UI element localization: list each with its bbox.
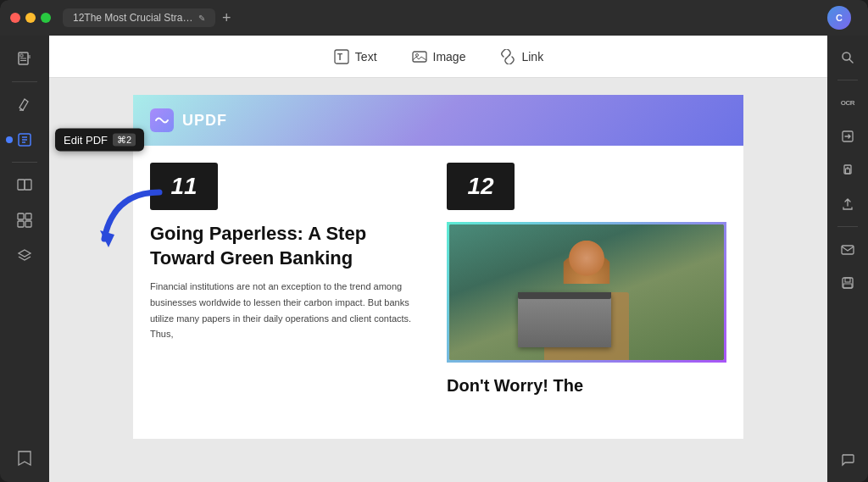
- svg-line-24: [849, 59, 853, 63]
- number-badge-11: 11: [150, 163, 218, 210]
- link-tool-label: Link: [521, 50, 543, 64]
- link-tool[interactable]: Link: [492, 45, 550, 69]
- updf-brand-text: UPDF: [182, 112, 227, 130]
- titlebar: 12The Most Crucial Strate... ✎ + C: [0, 0, 868, 36]
- maximize-button[interactable]: [41, 13, 51, 23]
- sidebar-icon-pages[interactable]: [9, 169, 40, 200]
- sidebar-icon-bookmark[interactable]: [9, 443, 40, 474]
- upload-button[interactable]: [834, 191, 861, 218]
- link-tool-icon: [499, 48, 516, 65]
- svg-rect-11: [18, 180, 25, 190]
- tab-edit-icon: ✎: [198, 14, 205, 23]
- image-tool[interactable]: Image: [404, 45, 473, 69]
- text-tool-label: Text: [355, 50, 377, 64]
- sidebar-divider-1: [12, 81, 37, 82]
- sidebar-icon-organize[interactable]: [9, 205, 40, 235]
- search-button[interactable]: [834, 44, 861, 71]
- avatar: C: [827, 6, 851, 30]
- svg-rect-20: [413, 52, 426, 62]
- pdf-two-columns: 11 Going Paperless: A Step Toward Green …: [133, 146, 743, 413]
- tab-title: 12The Most Crucial Strate...: [73, 12, 193, 24]
- right-divider-1: [837, 80, 858, 80]
- svg-rect-1: [20, 54, 23, 57]
- item12-subheading: Don't Worry! The: [447, 374, 726, 396]
- right-sidebar: OCR: [827, 36, 868, 482]
- laptop: [518, 292, 611, 347]
- right-divider-2: [837, 226, 858, 227]
- sidebar-divider-2: [12, 162, 37, 163]
- svg-rect-16: [25, 221, 31, 227]
- chat-button[interactable]: [834, 446, 861, 474]
- image-tool-icon: [411, 48, 428, 65]
- laptop-base: [518, 292, 611, 299]
- svg-rect-31: [845, 278, 850, 282]
- item11-heading: Going Paperless: A Step Toward Green Ban…: [150, 222, 430, 270]
- pdf-image: [449, 224, 724, 360]
- save-button[interactable]: [834, 269, 861, 296]
- svg-text:T: T: [337, 53, 342, 62]
- svg-line-22: [506, 54, 510, 58]
- sidebar-bottom: [9, 443, 40, 474]
- add-tab-button[interactable]: +: [222, 9, 231, 27]
- left-sidebar: Edit PDF ⌘2: [0, 36, 49, 482]
- content-area: T Text Image: [49, 36, 827, 482]
- svg-rect-30: [843, 278, 853, 288]
- ocr-button[interactable]: OCR: [834, 89, 861, 116]
- text-tool-icon: T: [333, 48, 350, 65]
- updf-logo: [150, 108, 174, 132]
- pdf-left-column: 11 Going Paperless: A Step Toward Green …: [150, 163, 430, 396]
- titlebar-right: C: [827, 6, 858, 30]
- traffic-lights: [10, 13, 51, 23]
- number-badge-12: 12: [447, 163, 515, 210]
- svg-rect-12: [25, 180, 31, 190]
- svg-point-21: [415, 53, 418, 56]
- pdf-banner: UPDF: [133, 95, 743, 146]
- text-tool[interactable]: T Text: [326, 45, 384, 69]
- protect-button[interactable]: [834, 157, 861, 184]
- svg-rect-32: [843, 284, 852, 288]
- svg-rect-29: [842, 246, 854, 254]
- person-head: [564, 237, 610, 284]
- pdf-content[interactable]: UPDF 11 Going Paperless: A Step Toward G…: [49, 78, 827, 482]
- sidebar-icon-edit[interactable]: Edit PDF ⌘2: [9, 125, 40, 155]
- active-tab[interactable]: 12The Most Crucial Strate... ✎: [63, 8, 215, 27]
- svg-rect-15: [18, 221, 24, 227]
- pdf-page: UPDF 11 Going Paperless: A Step Toward G…: [133, 95, 743, 439]
- pdf-right-column: 12 Don't Worry!: [447, 163, 726, 396]
- pdf-image-wrapper: [447, 222, 726, 363]
- sidebar-icon-highlight[interactable]: [9, 89, 40, 119]
- convert-button[interactable]: [834, 123, 861, 150]
- email-button[interactable]: [834, 235, 861, 263]
- svg-rect-13: [18, 213, 24, 219]
- main-layout: Edit PDF ⌘2: [0, 36, 868, 482]
- minimize-button[interactable]: [25, 13, 36, 23]
- tooltip-shortcut: ⌘2: [113, 134, 136, 147]
- top-toolbar: T Text Image: [49, 36, 827, 78]
- image-tool-label: Image: [433, 50, 466, 64]
- sidebar-icon-document[interactable]: [9, 44, 40, 75]
- edit-pdf-tooltip: Edit PDF ⌘2: [55, 129, 144, 152]
- item11-body: Financial institutions are not an except…: [150, 279, 430, 342]
- svg-rect-14: [25, 213, 31, 219]
- tooltip-label: Edit PDF: [64, 134, 108, 147]
- close-button[interactable]: [10, 13, 20, 23]
- sidebar-icon-layers[interactable]: [9, 241, 40, 271]
- active-indicator: [6, 136, 13, 143]
